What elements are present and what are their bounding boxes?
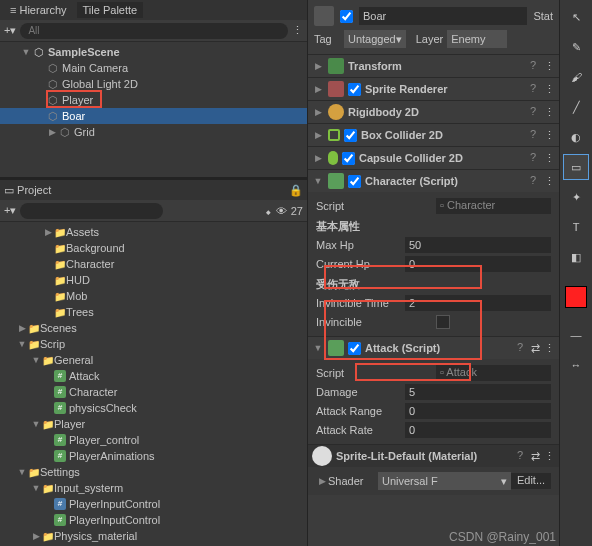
damage-input[interactable] <box>405 384 551 400</box>
active-checkbox[interactable] <box>340 10 353 23</box>
eraser-tool[interactable]: ◧ <box>563 244 589 270</box>
rigidbody-icon <box>328 104 344 120</box>
folder-trees[interactable]: 📁 Trees <box>0 304 307 320</box>
range-input[interactable] <box>405 403 551 419</box>
help-icon[interactable]: ? <box>526 59 540 73</box>
material-preview-icon <box>312 446 332 466</box>
enable-checkbox[interactable] <box>348 342 361 355</box>
component-sprite[interactable]: ▶Sprite Renderer?⋮ <box>308 78 559 100</box>
menu-icon[interactable]: ⋮ <box>544 129 555 142</box>
script-character[interactable]: #Character <box>0 384 307 400</box>
add-button[interactable]: +▾ <box>4 204 16 217</box>
add-button[interactable]: +▾ <box>4 24 16 37</box>
menu-icon[interactable]: ⋮ <box>544 450 555 463</box>
hierarchy-menu-icon[interactable]: ⋮ <box>292 24 303 37</box>
pencil-tool[interactable]: ✎ <box>563 34 589 60</box>
edit-button[interactable]: Edit... <box>511 473 551 489</box>
filter-icon[interactable]: ⬥ <box>265 205 272 217</box>
object-name-input[interactable] <box>359 7 527 25</box>
curhp-input[interactable] <box>405 256 551 272</box>
script-physicscheck[interactable]: #physicsCheck <box>0 400 307 416</box>
mask-tool[interactable]: ◐ <box>563 124 589 150</box>
folder-character[interactable]: 📁 Character <box>0 256 307 272</box>
shape-tool[interactable]: ✦ <box>563 184 589 210</box>
menu-icon[interactable]: ⋮ <box>544 175 555 188</box>
color-picker[interactable] <box>565 286 587 308</box>
preset-icon[interactable]: ⇄ <box>531 342 540 355</box>
help-icon[interactable]: ? <box>526 174 540 188</box>
help-icon[interactable]: ? <box>526 128 540 142</box>
expand-toggle[interactable]: ▶ <box>46 127 58 137</box>
preset-icon[interactable]: ⇄ <box>531 450 540 463</box>
inv-checkbox[interactable] <box>436 315 450 329</box>
help-icon[interactable]: ? <box>513 341 527 355</box>
cursor-tool[interactable]: ↖ <box>563 4 589 30</box>
hierarchy-tab[interactable]: ≡ Hierarchy <box>4 2 73 18</box>
scene-node[interactable]: ▼ ⬡ SampleScene <box>0 44 307 60</box>
menu-icon[interactable]: ⋮ <box>544 152 555 165</box>
rate-input[interactable] <box>405 422 551 438</box>
help-icon[interactable]: ? <box>526 151 540 165</box>
folder-scenes[interactable]: ▶📁 Scenes <box>0 320 307 336</box>
tilepalette-tab[interactable]: Tile Palette <box>77 2 144 18</box>
script-playeranim[interactable]: #PlayerAnimations <box>0 448 307 464</box>
folder-hud[interactable]: 📁 HUD <box>0 272 307 288</box>
folder-scrip[interactable]: ▼📁 Scrip <box>0 336 307 352</box>
hierarchy-item-boar[interactable]: ⬡Boar <box>0 108 307 124</box>
folder-inputsys[interactable]: ▼📁 Input_systerm <box>0 480 307 496</box>
maxhp-input[interactable] <box>405 237 551 253</box>
component-attack[interactable]: ▼Attack (Script)?⇄⋮ <box>308 337 559 359</box>
text-tool[interactable]: T <box>563 214 589 240</box>
visibility-icon[interactable]: 👁 <box>276 205 287 217</box>
gameobject-icon: ⬡ <box>58 125 72 139</box>
tag-dropdown[interactable]: Untagged▾ <box>344 30 406 48</box>
arrows-tool[interactable]: ↔ <box>563 352 589 378</box>
help-icon[interactable]: ? <box>526 82 540 96</box>
inv-label: Invincible <box>316 316 436 328</box>
section-basic: 基本属性 <box>316 219 551 234</box>
menu-icon[interactable]: ⋮ <box>544 60 555 73</box>
project-search-input[interactable] <box>20 203 163 219</box>
hierarchy-item-maincamera[interactable]: ⬡Main Camera <box>0 60 307 76</box>
script-ref[interactable]: ▫ Character <box>436 198 551 214</box>
asset-pinput1[interactable]: #PlayerInputControl <box>0 496 307 512</box>
invtime-input[interactable] <box>405 295 551 311</box>
component-transform[interactable]: ▶Transform?⋮ <box>308 55 559 77</box>
folder-general[interactable]: ▼📁 General <box>0 352 307 368</box>
script-ref[interactable]: ▫ Attack <box>436 365 551 381</box>
folder-physmat[interactable]: ▶📁 Physics_material <box>0 528 307 544</box>
minus-tool[interactable]: — <box>563 322 589 348</box>
menu-icon[interactable]: ⋮ <box>544 106 555 119</box>
enable-checkbox[interactable] <box>342 152 355 165</box>
script-attack[interactable]: #Attack <box>0 368 307 384</box>
folder-assets[interactable]: ▶📁 Assets <box>0 224 307 240</box>
component-rigidbody[interactable]: ▶Rigidbody 2D?⋮ <box>308 101 559 123</box>
component-character[interactable]: ▼Character (Script)?⋮ <box>308 170 559 192</box>
menu-icon[interactable]: ⋮ <box>544 342 555 355</box>
folder-mob[interactable]: 📁 Mob <box>0 288 307 304</box>
asset-pinput2[interactable]: #PlayerInputControl <box>0 512 307 528</box>
folder-background[interactable]: 📁 Background <box>0 240 307 256</box>
script-playercontrol[interactable]: #Player_control <box>0 432 307 448</box>
component-capsulecollider[interactable]: ▶Capsule Collider 2D?⋮ <box>308 147 559 169</box>
lock-icon[interactable]: 🔒 <box>289 184 303 197</box>
brush-tool[interactable]: 🖌 <box>563 64 589 90</box>
rect-tool[interactable]: ▭ <box>563 154 589 180</box>
help-icon[interactable]: ? <box>526 105 540 119</box>
hierarchy-item-grid[interactable]: ▶⬡Grid <box>0 124 307 140</box>
project-tab[interactable]: ▭ Project <box>4 184 51 197</box>
folder-player[interactable]: ▼📁 Player <box>0 416 307 432</box>
line-tool[interactable]: ╱ <box>563 94 589 120</box>
help-icon[interactable]: ? <box>513 449 527 463</box>
enable-checkbox[interactable] <box>348 83 361 96</box>
enable-checkbox[interactable] <box>348 175 361 188</box>
material-header[interactable]: Sprite-Lit-Default (Material) ?⇄⋮ <box>308 445 559 467</box>
folder-settings[interactable]: ▼📁 Settings <box>0 464 307 480</box>
expand-toggle[interactable]: ▼ <box>20 47 32 57</box>
layer-dropdown[interactable]: Enemy <box>447 30 507 48</box>
hierarchy-search-input[interactable] <box>20 23 288 39</box>
enable-checkbox[interactable] <box>344 129 357 142</box>
menu-icon[interactable]: ⋮ <box>544 83 555 96</box>
component-boxcollider[interactable]: ▶Box Collider 2D?⋮ <box>308 124 559 146</box>
shader-dropdown[interactable]: Universal F▾ <box>378 472 511 490</box>
